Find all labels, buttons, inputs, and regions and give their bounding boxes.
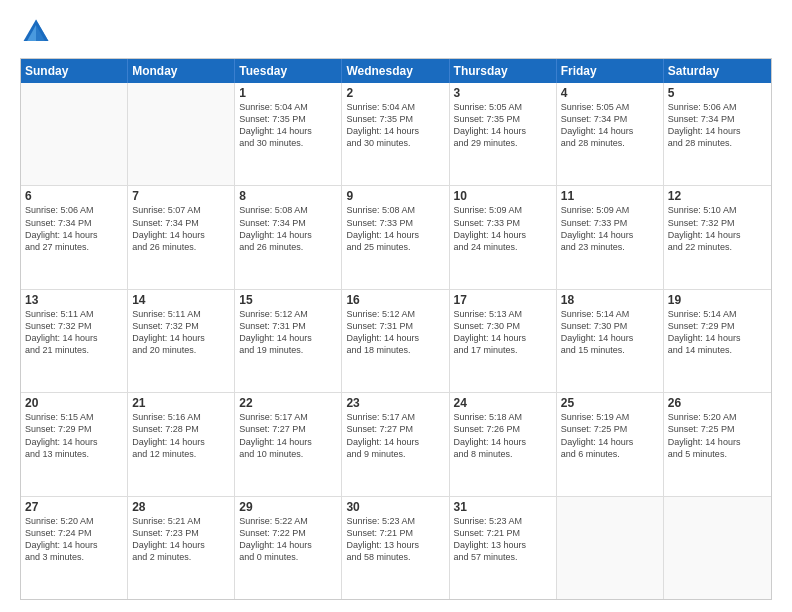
day-number: 17 bbox=[454, 293, 552, 307]
header-day-friday: Friday bbox=[557, 59, 664, 83]
day-info: Sunrise: 5:14 AM Sunset: 7:30 PM Dayligh… bbox=[561, 308, 659, 357]
day-info: Sunrise: 5:19 AM Sunset: 7:25 PM Dayligh… bbox=[561, 411, 659, 460]
calendar-day-27: 27Sunrise: 5:20 AM Sunset: 7:24 PM Dayli… bbox=[21, 497, 128, 599]
day-number: 28 bbox=[132, 500, 230, 514]
calendar-day-19: 19Sunrise: 5:14 AM Sunset: 7:29 PM Dayli… bbox=[664, 290, 771, 392]
day-info: Sunrise: 5:11 AM Sunset: 7:32 PM Dayligh… bbox=[25, 308, 123, 357]
day-number: 3 bbox=[454, 86, 552, 100]
calendar-week-5: 27Sunrise: 5:20 AM Sunset: 7:24 PM Dayli… bbox=[21, 496, 771, 599]
day-number: 25 bbox=[561, 396, 659, 410]
calendar-day-30: 30Sunrise: 5:23 AM Sunset: 7:21 PM Dayli… bbox=[342, 497, 449, 599]
calendar-day-24: 24Sunrise: 5:18 AM Sunset: 7:26 PM Dayli… bbox=[450, 393, 557, 495]
calendar-empty-cell bbox=[557, 497, 664, 599]
calendar-day-16: 16Sunrise: 5:12 AM Sunset: 7:31 PM Dayli… bbox=[342, 290, 449, 392]
day-info: Sunrise: 5:10 AM Sunset: 7:32 PM Dayligh… bbox=[668, 204, 767, 253]
day-info: Sunrise: 5:20 AM Sunset: 7:24 PM Dayligh… bbox=[25, 515, 123, 564]
header-day-thursday: Thursday bbox=[450, 59, 557, 83]
calendar-day-13: 13Sunrise: 5:11 AM Sunset: 7:32 PM Dayli… bbox=[21, 290, 128, 392]
calendar-body: 1Sunrise: 5:04 AM Sunset: 7:35 PM Daylig… bbox=[21, 83, 771, 599]
calendar-week-3: 13Sunrise: 5:11 AM Sunset: 7:32 PM Dayli… bbox=[21, 289, 771, 392]
calendar-header: SundayMondayTuesdayWednesdayThursdayFrid… bbox=[21, 59, 771, 83]
svg-marker-2 bbox=[36, 20, 48, 41]
calendar-week-1: 1Sunrise: 5:04 AM Sunset: 7:35 PM Daylig… bbox=[21, 83, 771, 185]
day-info: Sunrise: 5:06 AM Sunset: 7:34 PM Dayligh… bbox=[25, 204, 123, 253]
calendar-day-8: 8Sunrise: 5:08 AM Sunset: 7:34 PM Daylig… bbox=[235, 186, 342, 288]
calendar-day-11: 11Sunrise: 5:09 AM Sunset: 7:33 PM Dayli… bbox=[557, 186, 664, 288]
calendar-day-4: 4Sunrise: 5:05 AM Sunset: 7:34 PM Daylig… bbox=[557, 83, 664, 185]
day-info: Sunrise: 5:20 AM Sunset: 7:25 PM Dayligh… bbox=[668, 411, 767, 460]
day-number: 26 bbox=[668, 396, 767, 410]
logo-icon bbox=[20, 16, 52, 48]
header bbox=[20, 16, 772, 48]
calendar-day-31: 31Sunrise: 5:23 AM Sunset: 7:21 PM Dayli… bbox=[450, 497, 557, 599]
day-number: 22 bbox=[239, 396, 337, 410]
calendar-day-18: 18Sunrise: 5:14 AM Sunset: 7:30 PM Dayli… bbox=[557, 290, 664, 392]
calendar-day-22: 22Sunrise: 5:17 AM Sunset: 7:27 PM Dayli… bbox=[235, 393, 342, 495]
day-info: Sunrise: 5:17 AM Sunset: 7:27 PM Dayligh… bbox=[239, 411, 337, 460]
logo bbox=[20, 16, 56, 48]
day-number: 10 bbox=[454, 189, 552, 203]
day-info: Sunrise: 5:12 AM Sunset: 7:31 PM Dayligh… bbox=[239, 308, 337, 357]
day-info: Sunrise: 5:04 AM Sunset: 7:35 PM Dayligh… bbox=[346, 101, 444, 150]
day-number: 2 bbox=[346, 86, 444, 100]
calendar-day-15: 15Sunrise: 5:12 AM Sunset: 7:31 PM Dayli… bbox=[235, 290, 342, 392]
day-number: 21 bbox=[132, 396, 230, 410]
day-number: 14 bbox=[132, 293, 230, 307]
day-info: Sunrise: 5:21 AM Sunset: 7:23 PM Dayligh… bbox=[132, 515, 230, 564]
day-info: Sunrise: 5:13 AM Sunset: 7:30 PM Dayligh… bbox=[454, 308, 552, 357]
header-day-tuesday: Tuesday bbox=[235, 59, 342, 83]
calendar: SundayMondayTuesdayWednesdayThursdayFrid… bbox=[20, 58, 772, 600]
calendar-week-2: 6Sunrise: 5:06 AM Sunset: 7:34 PM Daylig… bbox=[21, 185, 771, 288]
header-day-sunday: Sunday bbox=[21, 59, 128, 83]
day-info: Sunrise: 5:12 AM Sunset: 7:31 PM Dayligh… bbox=[346, 308, 444, 357]
day-number: 13 bbox=[25, 293, 123, 307]
header-day-monday: Monday bbox=[128, 59, 235, 83]
day-number: 4 bbox=[561, 86, 659, 100]
day-number: 5 bbox=[668, 86, 767, 100]
day-info: Sunrise: 5:05 AM Sunset: 7:35 PM Dayligh… bbox=[454, 101, 552, 150]
day-info: Sunrise: 5:09 AM Sunset: 7:33 PM Dayligh… bbox=[454, 204, 552, 253]
day-number: 8 bbox=[239, 189, 337, 203]
calendar-day-26: 26Sunrise: 5:20 AM Sunset: 7:25 PM Dayli… bbox=[664, 393, 771, 495]
calendar-empty-cell bbox=[128, 83, 235, 185]
calendar-day-7: 7Sunrise: 5:07 AM Sunset: 7:34 PM Daylig… bbox=[128, 186, 235, 288]
day-info: Sunrise: 5:17 AM Sunset: 7:27 PM Dayligh… bbox=[346, 411, 444, 460]
calendar-day-12: 12Sunrise: 5:10 AM Sunset: 7:32 PM Dayli… bbox=[664, 186, 771, 288]
header-day-saturday: Saturday bbox=[664, 59, 771, 83]
day-info: Sunrise: 5:14 AM Sunset: 7:29 PM Dayligh… bbox=[668, 308, 767, 357]
day-number: 1 bbox=[239, 86, 337, 100]
day-info: Sunrise: 5:04 AM Sunset: 7:35 PM Dayligh… bbox=[239, 101, 337, 150]
day-info: Sunrise: 5:23 AM Sunset: 7:21 PM Dayligh… bbox=[454, 515, 552, 564]
calendar-day-25: 25Sunrise: 5:19 AM Sunset: 7:25 PM Dayli… bbox=[557, 393, 664, 495]
calendar-day-29: 29Sunrise: 5:22 AM Sunset: 7:22 PM Dayli… bbox=[235, 497, 342, 599]
day-number: 29 bbox=[239, 500, 337, 514]
calendar-day-21: 21Sunrise: 5:16 AM Sunset: 7:28 PM Dayli… bbox=[128, 393, 235, 495]
calendar-week-4: 20Sunrise: 5:15 AM Sunset: 7:29 PM Dayli… bbox=[21, 392, 771, 495]
day-number: 20 bbox=[25, 396, 123, 410]
day-info: Sunrise: 5:06 AM Sunset: 7:34 PM Dayligh… bbox=[668, 101, 767, 150]
calendar-day-23: 23Sunrise: 5:17 AM Sunset: 7:27 PM Dayli… bbox=[342, 393, 449, 495]
day-number: 31 bbox=[454, 500, 552, 514]
calendar-day-9: 9Sunrise: 5:08 AM Sunset: 7:33 PM Daylig… bbox=[342, 186, 449, 288]
day-number: 24 bbox=[454, 396, 552, 410]
day-number: 12 bbox=[668, 189, 767, 203]
calendar-day-6: 6Sunrise: 5:06 AM Sunset: 7:34 PM Daylig… bbox=[21, 186, 128, 288]
day-info: Sunrise: 5:22 AM Sunset: 7:22 PM Dayligh… bbox=[239, 515, 337, 564]
day-info: Sunrise: 5:23 AM Sunset: 7:21 PM Dayligh… bbox=[346, 515, 444, 564]
day-info: Sunrise: 5:05 AM Sunset: 7:34 PM Dayligh… bbox=[561, 101, 659, 150]
calendar-day-10: 10Sunrise: 5:09 AM Sunset: 7:33 PM Dayli… bbox=[450, 186, 557, 288]
day-info: Sunrise: 5:16 AM Sunset: 7:28 PM Dayligh… bbox=[132, 411, 230, 460]
day-number: 6 bbox=[25, 189, 123, 203]
calendar-day-14: 14Sunrise: 5:11 AM Sunset: 7:32 PM Dayli… bbox=[128, 290, 235, 392]
day-number: 16 bbox=[346, 293, 444, 307]
day-number: 27 bbox=[25, 500, 123, 514]
calendar-day-20: 20Sunrise: 5:15 AM Sunset: 7:29 PM Dayli… bbox=[21, 393, 128, 495]
calendar-day-1: 1Sunrise: 5:04 AM Sunset: 7:35 PM Daylig… bbox=[235, 83, 342, 185]
day-info: Sunrise: 5:08 AM Sunset: 7:34 PM Dayligh… bbox=[239, 204, 337, 253]
day-info: Sunrise: 5:09 AM Sunset: 7:33 PM Dayligh… bbox=[561, 204, 659, 253]
day-number: 15 bbox=[239, 293, 337, 307]
day-info: Sunrise: 5:08 AM Sunset: 7:33 PM Dayligh… bbox=[346, 204, 444, 253]
day-info: Sunrise: 5:18 AM Sunset: 7:26 PM Dayligh… bbox=[454, 411, 552, 460]
day-info: Sunrise: 5:11 AM Sunset: 7:32 PM Dayligh… bbox=[132, 308, 230, 357]
calendar-day-2: 2Sunrise: 5:04 AM Sunset: 7:35 PM Daylig… bbox=[342, 83, 449, 185]
